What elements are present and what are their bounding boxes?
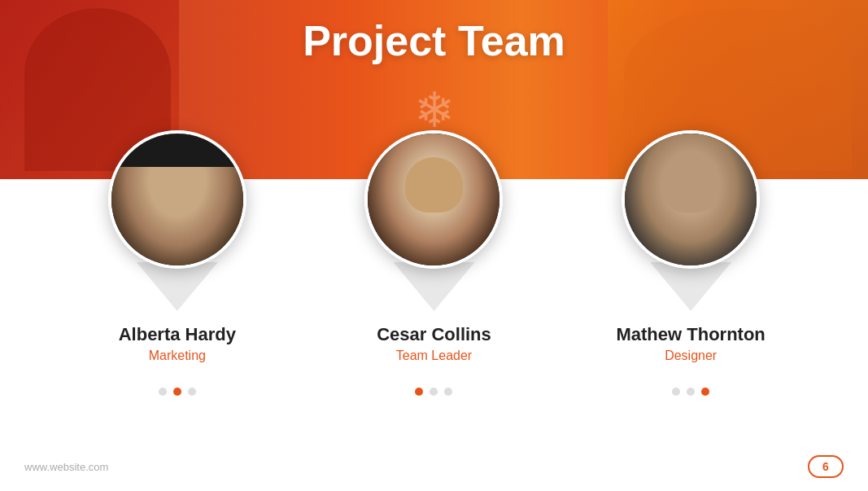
team-member-3: Mathew Thornton Designer (585, 130, 796, 396)
diamond-2 (393, 262, 474, 311)
avatar-1 (108, 130, 246, 269)
dot-2-3[interactable] (444, 388, 452, 396)
page-number: 6 (808, 455, 844, 478)
dot-3-2[interactable] (687, 388, 695, 396)
dot-2-1[interactable] (415, 388, 423, 396)
dot-3-1[interactable] (672, 388, 680, 396)
member-role-1: Marketing (149, 349, 206, 363)
dots-1 (159, 388, 196, 396)
member-role-3: Designer (665, 349, 717, 363)
dot-1-2[interactable] (173, 388, 181, 396)
team-member-2: Cesar Collins Team Leader (328, 130, 539, 396)
dot-1-1[interactable] (159, 388, 167, 396)
member-name-3: Mathew Thornton (616, 324, 765, 345)
dot-3-3[interactable] (701, 388, 709, 396)
diamond-1 (137, 262, 218, 311)
member-name-1: Alberta Hardy (119, 324, 236, 345)
footer-url: www.website.com (24, 461, 108, 473)
avatar-3 (622, 130, 760, 269)
team-members-container: Alberta Hardy Marketing Cesar Collins Te… (0, 130, 868, 396)
avatar-image-3 (625, 134, 757, 265)
page-title: Project Team (0, 16, 868, 65)
dots-2 (415, 388, 452, 396)
member-name-2: Cesar Collins (377, 324, 491, 345)
team-member-1: Alberta Hardy Marketing (72, 130, 283, 396)
footer: www.website.com 6 (0, 455, 868, 478)
avatar-image-2 (368, 134, 499, 265)
avatar-image-1 (111, 134, 243, 265)
diamond-3 (650, 262, 731, 311)
dot-2-2[interactable] (430, 388, 438, 396)
avatar-2 (364, 130, 503, 269)
dots-3 (672, 388, 709, 396)
dot-1-3[interactable] (188, 388, 196, 396)
member-role-2: Team Leader (396, 349, 472, 363)
slide: Project Team ❄ Alberta Hardy Marketing C… (0, 0, 868, 491)
